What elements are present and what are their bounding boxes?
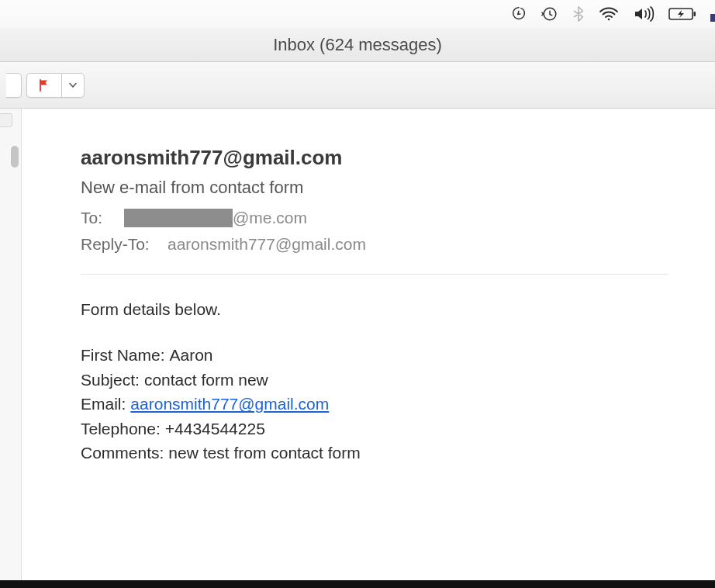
wifi-icon[interactable]: [599, 6, 619, 22]
message-from[interactable]: aaronsmith777@gmail.com: [81, 146, 668, 170]
toolbar-button-partial[interactable]: [6, 73, 22, 98]
comments-label: Comments:: [81, 441, 164, 465]
time-machine-icon[interactable]: [541, 5, 558, 22]
to-domain: @me.com: [233, 209, 307, 227]
reply-to-label: Reply-To:: [81, 235, 158, 254]
message-viewer: aaronsmith777@gmail.com New e-mail from …: [22, 109, 715, 580]
message-body: Form details below. First Name: Aaron Su…: [81, 298, 577, 465]
svg-rect-3: [694, 12, 696, 16]
comments-value: new test from contact form: [168, 441, 360, 465]
battery-icon[interactable]: [668, 7, 696, 21]
first-name-value: Aaron: [170, 343, 213, 368]
list-stub-icon: [0, 113, 12, 127]
header-to-row: To: @me.com: [81, 209, 668, 227]
message-list-sliver: [0, 109, 22, 580]
svg-point-1: [608, 19, 610, 21]
body-intro: Form details below.: [81, 298, 577, 321]
window-title-text: Inbox (624 messages): [273, 35, 442, 55]
header-divider: [81, 274, 668, 275]
to-label: To:: [81, 209, 115, 227]
first-name-label: First Name:: [81, 343, 165, 368]
to-redacted: [124, 209, 233, 227]
telephone-label: Telephone:: [81, 417, 161, 441]
bottom-edge: [0, 580, 715, 588]
volume-icon[interactable]: [633, 6, 655, 22]
toolbar: [0, 62, 715, 109]
mac-menubar-extras: [0, 0, 715, 28]
sync-icon[interactable]: [510, 5, 527, 22]
window-title: Inbox (624 messages): [0, 28, 715, 62]
telephone-value: +4434544225: [165, 417, 265, 441]
flag-button[interactable]: [26, 73, 62, 98]
message-subject: New e-mail from contact form: [81, 178, 668, 198]
header-reply-to-row: Reply-To: aaronsmith777@gmail.com: [81, 235, 668, 254]
subject-value: contact form new: [144, 368, 268, 393]
bluetooth-icon[interactable]: [572, 5, 585, 22]
email-label: Email:: [81, 392, 126, 417]
email-link[interactable]: aaronsmith777@gmail.com: [130, 392, 329, 417]
reply-to-value: aaronsmith777@gmail.com: [168, 235, 366, 254]
flag-dropdown-button[interactable]: [61, 73, 85, 98]
subject-label: Subject:: [81, 368, 140, 393]
scrollbar-thumb[interactable]: [11, 146, 19, 168]
